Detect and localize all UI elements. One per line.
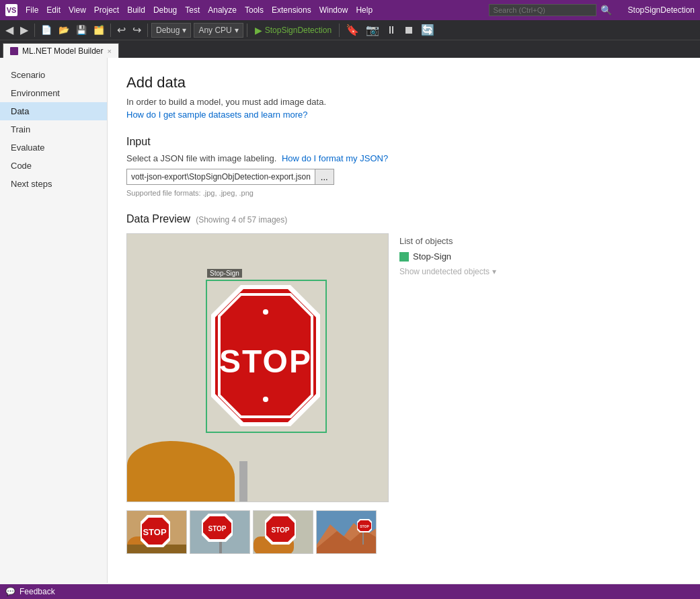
sidebar: Scenario Environment Data Train Evaluate…	[0, 58, 108, 583]
tab-icon	[10, 47, 18, 55]
menu-test[interactable]: Test	[185, 5, 200, 15]
show-undetected-chevron-icon: ▾	[492, 267, 496, 276]
toolbar-sep-4	[247, 24, 247, 37]
titlebar: VS File Edit View Project Build Debug Te…	[0, 0, 700, 20]
file-input-box[interactable]: vott-json-export\StopSignObjDetection-ex…	[126, 169, 315, 185]
play-icon: ▶	[255, 25, 262, 36]
menu-edit[interactable]: Edit	[46, 5, 61, 15]
thumb1-svg: STOP	[127, 511, 187, 554]
svg-rect-25	[362, 531, 364, 545]
thumbnail-strip: STOP STOP	[126, 510, 389, 554]
menu-file[interactable]: File	[26, 5, 38, 15]
config-chevron-icon: ▾	[182, 26, 186, 35]
menu-build[interactable]: Build	[127, 5, 145, 15]
page-title: Add data	[126, 74, 681, 91]
stop-sign-color-swatch	[399, 252, 409, 262]
sidebar-item-code[interactable]: Code	[0, 157, 107, 175]
model-builder-tab[interactable]: ML.NET Model Builder ×	[3, 43, 119, 58]
menu-tools[interactable]: Tools	[245, 5, 264, 15]
back-btn[interactable]: ◀	[3, 22, 16, 38]
toolbar-sep-1	[34, 24, 35, 37]
stop-sign-label: Stop-Sign	[413, 251, 451, 262]
svg-text:STOP: STOP	[360, 524, 369, 528]
menu-view[interactable]: View	[69, 5, 86, 15]
search-icon: 🔍	[600, 5, 612, 15]
platform-dropdown[interactable]: Any CPU ▾	[194, 23, 243, 38]
preview-area: STOP Stop-Sign	[126, 233, 681, 554]
thumbnail-3[interactable]: STOP	[253, 510, 313, 554]
sidebar-item-data[interactable]: Data	[0, 102, 107, 120]
show-undetected-label: Show undetected objects	[399, 267, 490, 276]
tabbar: ML.NET Model Builder ×	[0, 40, 700, 58]
tab-close-button[interactable]: ×	[108, 47, 112, 55]
sidebar-item-next-steps[interactable]: Next steps	[0, 175, 107, 193]
redo-btn[interactable]: ↪	[130, 22, 144, 38]
page-subtitle: In order to build a model, you must add …	[126, 97, 681, 107]
thumbnail-2[interactable]: STOP	[190, 510, 250, 554]
open-btn[interactable]: 📂	[56, 22, 72, 38]
sidebar-item-train[interactable]: Train	[0, 120, 107, 138]
main-container: Scenario Environment Data Train Evaluate…	[0, 58, 700, 583]
json-format-link[interactable]: How do I format my JSON?	[282, 153, 388, 163]
toolbar-sep-2	[110, 24, 111, 37]
sidebar-item-environment[interactable]: Environment	[0, 84, 107, 102]
vs-logo: VS	[5, 4, 17, 16]
config-dropdown[interactable]: Debug ▾	[151, 23, 191, 38]
new-file-btn[interactable]: 📄	[38, 22, 54, 38]
thumb2-svg: STOP	[190, 511, 250, 554]
thumb3-svg: STOP	[254, 511, 313, 554]
menu-window[interactable]: Window	[319, 5, 348, 15]
restart-btn[interactable]: 🔄	[418, 22, 437, 38]
sidebar-item-scenario[interactable]: Scenario	[0, 66, 107, 84]
list-of-objects-title: List of objects	[399, 236, 496, 246]
thumb4-svg: STOP	[317, 511, 377, 554]
app-title: StopSignDetection	[628, 5, 695, 15]
content-area: Add data In order to build a model, you …	[108, 58, 700, 583]
input-section-title: Input	[126, 136, 681, 148]
bounding-box: Stop-Sign	[206, 280, 327, 433]
show-undetected-button[interactable]: Show undetected objects ▾	[399, 267, 496, 276]
sign-post	[239, 461, 247, 502]
svg-text:STOP: STOP	[271, 526, 289, 534]
menu-help[interactable]: Help	[356, 5, 373, 15]
thumbnail-1[interactable]: STOP	[126, 510, 187, 554]
save-btn[interactable]: 💾	[73, 22, 89, 38]
svg-text:STOP: STOP	[208, 525, 226, 532]
menu-debug[interactable]: Debug	[153, 5, 177, 15]
main-image-preview[interactable]: STOP Stop-Sign	[126, 233, 389, 502]
toolbar-sep-5	[339, 24, 340, 37]
run-label: StopSignDetection	[265, 26, 332, 35]
browse-button[interactable]: ...	[315, 169, 334, 185]
data-preview-header: Data Preview (Showing 4 of 57 images)	[126, 213, 681, 225]
help-link[interactable]: How do I get sample datasets and learn m…	[126, 110, 308, 120]
file-path-value: vott-json-export\StopSignObjDetection-ex…	[131, 172, 311, 182]
thumbnail-4[interactable]: STOP	[316, 510, 377, 554]
supported-formats: Supported file formats: .jpg, .jpeg, .pn…	[126, 189, 681, 197]
run-button[interactable]: ▶ StopSignDetection	[251, 24, 336, 37]
save-all-btn[interactable]: 🗂️	[91, 22, 107, 38]
data-preview-count: (Showing 4 of 57 images)	[196, 215, 287, 225]
stop-sign-area: STOP Stop-Sign	[146, 280, 375, 434]
sidebar-item-evaluate[interactable]: Evaluate	[0, 138, 107, 157]
menu-analyze[interactable]: Analyze	[208, 5, 237, 15]
search-input[interactable]	[489, 4, 596, 16]
toolbar: ◀ ▶ 📄 📂 💾 🗂️ ↩ ↪ Debug ▾ Any CPU ▾ ▶ Sto…	[0, 20, 700, 40]
bookmark-btn[interactable]: 🔖	[343, 22, 362, 38]
object-item-stopsign: Stop-Sign	[399, 251, 496, 262]
platform-chevron-icon: ▾	[235, 26, 239, 35]
undo-btn[interactable]: ↩	[114, 22, 128, 38]
menu-project[interactable]: Project	[94, 5, 119, 15]
camera-btn[interactable]: 📷	[363, 22, 382, 38]
data-preview-title: Data Preview	[126, 213, 190, 225]
file-input-row: vott-json-export\StopSignObjDetection-ex…	[126, 169, 681, 185]
tab-label: ML.NET Model Builder	[22, 46, 104, 56]
forward-btn[interactable]: ▶	[17, 22, 31, 38]
stop-btn[interactable]: ⏹	[401, 22, 417, 38]
svg-text:STOP: STOP	[143, 527, 166, 537]
menu-extensions[interactable]: Extensions	[272, 5, 311, 15]
bbox-label: Stop-Sign	[207, 269, 242, 278]
right-panel: List of objects Stop-Sign Show undetecte…	[399, 233, 496, 276]
pause-btn[interactable]: ⏸	[383, 22, 399, 38]
toolbar-sep-3	[147, 24, 148, 37]
input-description: Select a JSON file with image labeling. …	[126, 153, 681, 163]
